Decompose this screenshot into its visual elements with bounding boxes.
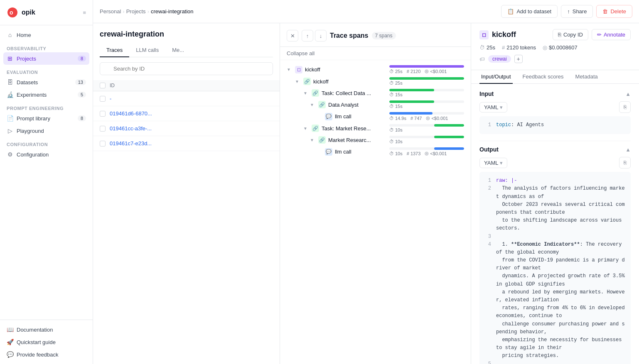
sidebar-item-feedback[interactable]: 💬 Provide feedback: [3, 348, 89, 361]
span-time: ⏱ 25s: [389, 68, 403, 74]
table-row[interactable]: 019461cc-a3fe-...: [93, 121, 280, 136]
span-chevron[interactable]: ▼: [295, 79, 301, 84]
detail-meta-row: ⏱ 25s # 2120 tokens ◎ $0.0008607: [479, 44, 631, 51]
line-content: raw: |-: [496, 177, 517, 185]
span-meta: ⏱ 14.9s # 747 ◎ <$0.001: [389, 115, 464, 121]
home-icon: ⌂: [7, 32, 13, 38]
tab-feedback-scores[interactable]: Feedback scores: [521, 70, 565, 84]
tab-metadata[interactable]: Me...: [165, 44, 191, 57]
tab-traces[interactable]: Traces: [100, 44, 129, 57]
copy-id-btn[interactable]: ⎘ Copy ID: [553, 29, 588, 40]
config-icon: ⚙: [7, 151, 13, 158]
playground-icon: ▷: [7, 127, 13, 134]
span-bar-fill: [434, 124, 464, 127]
annotate-icon: ✏: [597, 32, 602, 38]
section-divider: [479, 141, 631, 141]
chevron-down-icon: ▾: [500, 104, 503, 110]
cost-icon: ◎: [543, 44, 547, 51]
span-bar-fill: [389, 100, 434, 103]
span-row[interactable]: ▼ ◻ kickoff ⏱ 25s # 2120 ◎ <$0.001: [280, 64, 471, 76]
copy-output-btn[interactable]: ⎘: [619, 157, 631, 169]
topbar: Personal › Projects › crewai-integration…: [93, 0, 639, 23]
copy-input-btn[interactable]: ⎘: [619, 101, 631, 113]
share-btn[interactable]: ↑ Share: [561, 5, 593, 18]
select-all-checkbox[interactable]: [100, 83, 106, 88]
span-row[interactable]: ▼ 🔗 kickoff ⏱ 25s: [280, 76, 471, 87]
svg-text:o: o: [10, 9, 13, 16]
breadcrumb-projects[interactable]: Projects: [126, 8, 146, 15]
sidebar-item-quickstart[interactable]: 🚀 Quickstart guide: [3, 336, 89, 348]
sidebar-toggle-btn[interactable]: ≡: [83, 10, 86, 16]
sidebar-item-configuration[interactable]: ⚙ Configuration: [3, 148, 89, 161]
span-bar-track: [389, 65, 464, 68]
add-to-dataset-btn[interactable]: 📋 Add to dataset: [501, 5, 558, 18]
line-number: 3: [484, 233, 491, 241]
span-row[interactable]: ▼ 🔗 Market Researc... ⏱ 10s: [280, 134, 471, 146]
spans-count: 7 spans: [372, 32, 396, 39]
span-type-trace-icon: ◻: [295, 66, 302, 73]
tab-llm-calls[interactable]: LLM calls: [129, 44, 165, 57]
span-bar-fill: [389, 65, 464, 68]
sidebar-item-documentation[interactable]: 📖 Documentation: [3, 323, 89, 336]
span-chevron[interactable]: ▼: [310, 103, 316, 107]
detail-content: Input ▲ YAML ▾ ⎘ 1 topic: AI Agents: [471, 84, 639, 364]
span-bar-fill: [434, 136, 464, 138]
sidebar-item-home[interactable]: ⌂ Home: [3, 29, 89, 41]
table-row[interactable]: 019461c7-e23d...: [93, 136, 280, 151]
span-row[interactable]: ▼ 🔗 Data Analyst ⏱ 15s: [280, 99, 471, 110]
span-type-chain-icon: 🔗: [318, 136, 326, 144]
breadcrumb-project-name: crewai-integration: [151, 8, 194, 15]
collapse-all-btn[interactable]: Collapse all: [280, 47, 471, 60]
sidebar-item-prompt-library[interactable]: 📄 Prompt library 8: [3, 112, 89, 125]
tab-metadata[interactable]: Metadata: [574, 70, 600, 84]
quickstart-icon: 🚀: [7, 339, 13, 345]
span-chevron[interactable]: ▼: [287, 67, 292, 72]
datasets-badge: 13: [75, 79, 86, 85]
table-row[interactable]: -: [93, 91, 280, 106]
input-collapse-btn[interactable]: ▲: [625, 91, 631, 97]
span-chevron[interactable]: ▼: [310, 138, 316, 142]
sidebar-item-projects[interactable]: ⊞ Projects 8: [3, 52, 89, 65]
row-checkbox[interactable]: [100, 96, 106, 102]
span-meta: ⏱ 25s # 2120 ◎ <$0.001: [389, 68, 464, 74]
output-format-selector[interactable]: YAML ▾: [479, 158, 507, 168]
span-chevron[interactable]: ▼: [303, 126, 309, 131]
add-tag-btn[interactable]: +: [514, 55, 523, 63]
search-input[interactable]: [100, 62, 273, 75]
span-tokens: # 747: [410, 115, 422, 121]
span-row[interactable]: ▼ 💬 llm call ⏱ 14.9s # 747 ◎ <$0.001: [280, 110, 471, 122]
sidebar-item-label: Provide feedback: [17, 352, 58, 358]
delete-btn[interactable]: 🗑 Delete: [596, 5, 632, 18]
span-type-llm-icon: 💬: [325, 148, 332, 156]
row-id: -: [110, 95, 273, 102]
sidebar-item-playground[interactable]: ▷ Playground: [3, 125, 89, 137]
span-row[interactable]: ▼ 🔗 Task: Collect Data ... ⏱ 15s: [280, 87, 471, 99]
table-row[interactable]: 019461d6-6870...: [93, 106, 280, 121]
sidebar-item-datasets[interactable]: 🗄 Datasets 13: [3, 76, 89, 88]
sidebar-item-experiments[interactable]: 🔬 Experiments 5: [3, 88, 89, 101]
span-chevron[interactable]: ▼: [303, 91, 309, 95]
row-id: 019461cc-a3fe-...: [110, 125, 273, 132]
span-row[interactable]: ▼ 🔗 Task: Market Rese... ⏱ 10s: [280, 122, 471, 134]
id-column-header: ID: [110, 83, 273, 88]
detail-tag[interactable]: crewai: [488, 55, 511, 63]
close-spans-btn[interactable]: ✕: [287, 30, 298, 42]
detail-tabs: Input/Output Feedback scores Metadata: [471, 70, 639, 84]
nav-up-btn[interactable]: ↑: [302, 30, 313, 42]
row-checkbox[interactable]: [100, 126, 106, 132]
output-collapse-btn[interactable]: ▲: [625, 147, 631, 153]
meta-tokens: # 2120 tokens: [502, 44, 536, 51]
breadcrumb-personal[interactable]: Personal: [100, 8, 121, 15]
line-number: 2: [484, 185, 491, 232]
nav-down-btn[interactable]: ↓: [315, 30, 327, 42]
row-checkbox[interactable]: [100, 141, 106, 147]
input-format-selector[interactable]: YAML ▾: [479, 102, 507, 112]
annotate-btn[interactable]: ✏ Annotate: [592, 29, 631, 40]
tab-input-output[interactable]: Input/Output: [479, 70, 513, 84]
line-number: 1: [484, 121, 491, 129]
detail-title-text: kickoff: [492, 30, 516, 39]
row-checkbox[interactable]: [100, 111, 106, 117]
code-line: 4 1. **Economic Indicators**: The recove…: [484, 241, 626, 360]
add-dataset-icon: 📋: [507, 8, 514, 15]
span-row[interactable]: ▼ 💬 llm call ⏱ 10s # 1373 ◎ <$0.001: [280, 146, 471, 158]
